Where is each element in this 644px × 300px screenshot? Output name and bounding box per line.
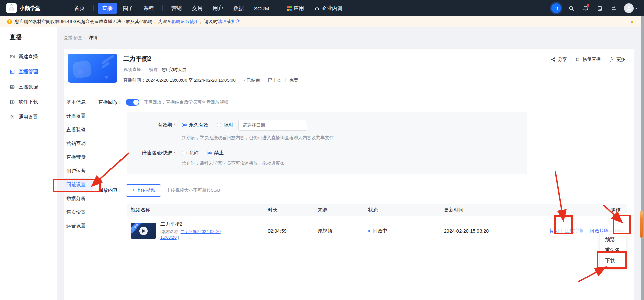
shop-icon[interactable] [596,4,603,12]
sidebar-item-live-data[interactable]: 直播数据 [0,79,57,95]
nav-trade[interactable]: 交易 [188,3,207,14]
video-name-cell: 回放中 二力平衡2 (素材名称: 二力平衡22024-02-20 15:03:2… [127,221,265,241]
menu-item-rename[interactable]: 重命名 [600,245,626,255]
replay-hint: 开启回放，直播结束后学员可查看回放视频 [144,99,229,105]
badge-price: 免费 [289,77,298,84]
nav-enterprise-training[interactable]: 企业内训 [310,3,347,14]
nav-circle[interactable]: 圈子 [118,3,138,14]
upload-hint: 上传视频大小不可超过5GB [166,187,220,193]
speed-label: 倍速播放/快进： [127,150,177,156]
action-divider [561,229,562,233]
brand[interactable]: 小鹅学堂 [6,3,40,13]
tab-live-commerce[interactable]: 直播带货 [64,151,93,164]
radio-speed-forbid[interactable] [207,151,212,155]
nav-scrm[interactable]: SCRM [250,3,274,13]
account-menu[interactable] [624,3,638,13]
action-divider [571,57,571,62]
share-label: 分享 [558,56,567,63]
nav-divider [278,5,278,11]
banner-text-or: 或 [226,19,231,25]
banner-link-usage[interactable]: 影响后续使用 [172,19,199,25]
nav-live[interactable]: 直播 [98,3,117,14]
page-scrollbar-track[interactable] [641,16,644,300]
validity-row: 有效期： 永久有效 限时 [127,120,527,131]
play-icon[interactable] [139,227,148,235]
radio-speed-allow[interactable] [182,151,187,155]
action-divider [587,229,587,233]
realtime-screen[interactable]: 实时大屏 [162,67,187,73]
action-generate-subtitles[interactable]: 生成字幕 [564,228,584,234]
more-button[interactable]: 更多 [609,56,625,63]
col-status: 状态 [366,207,441,213]
resume-live-button[interactable]: 恢复直播 [576,56,601,63]
validity-limited-label[interactable]: 限时 [224,122,233,128]
nav-course[interactable]: 课程 [139,3,158,14]
tab-decoration[interactable]: 直播装修 [64,123,93,137]
switch-account-icon[interactable] [610,4,617,12]
sidebar-item-general-settings[interactable]: 通用设置 [0,110,57,125]
nav-user[interactable]: 用户 [208,3,228,14]
banner-link-clean[interactable]: 清理 [218,19,226,25]
avatar [624,3,634,13]
speed-allow-label[interactable]: 允许 [189,150,199,156]
nav-divider [93,5,94,11]
nav-menu: 首页 直播 圈子 课程 营销 交易 用户 数据 SCRM 应用 企业内训 [70,3,347,14]
col-actions: 操作 [541,207,627,213]
menu-item-download[interactable]: 下载 [600,255,626,266]
tab-stream-settings[interactable]: 开播设置 [64,109,93,123]
notification-bell-icon[interactable] [582,4,589,12]
tab-basic-info[interactable]: 基本信息 [64,96,93,109]
tab-sales-settings[interactable]: 售卖设置 [64,205,93,219]
menu-item-preview[interactable]: 预览 [600,234,626,245]
download-icon [10,99,15,105]
nav-marketing[interactable]: 营销 [167,3,186,14]
replay-content-label: 回放内容： [97,187,123,193]
tab-data-analysis[interactable]: 数据分析 [64,192,93,205]
tab-operation-settings[interactable]: 运营设置 [64,219,93,233]
more-label: 更多 [616,56,625,63]
banner-link-expand[interactable]: 扩容 [231,19,240,25]
resume-live-label: 恢复直播 [583,56,601,63]
live-detail-card: 二力平衡2 视频直播 横屏 实时大屏 直播时间： 2024-02-20 13:0… [64,49,634,300]
nav-apps[interactable]: 应用 [282,3,308,14]
search-icon[interactable] [568,4,575,12]
header-actions: 分享 恢复直播 更多 [551,54,625,84]
share-button[interactable]: 分享 [551,56,567,63]
speed-forbid-label[interactable]: 禁止 [214,150,224,156]
page-scrollbar-thumb[interactable] [640,211,643,238]
breadcrumb-parent[interactable]: 直播管理 [64,35,82,41]
radio-validity-limited[interactable] [217,123,221,127]
more-circle-icon [609,57,614,62]
date-input[interactable] [242,122,304,128]
validity-forever-label[interactable]: 永久有效 [189,122,208,128]
warning-icon: ! [7,19,12,24]
action-divider [605,57,605,62]
sidebar-item-new-live[interactable]: 新建直播 [0,49,57,64]
radio-validity-forever[interactable] [182,123,187,127]
more-actions-dropdown: 预览 重命名 下载 [600,232,626,268]
nav-home[interactable]: 首页 [70,3,89,14]
tab-marketing-interaction[interactable]: 营销互动 [64,137,93,151]
sidebar-item-software-download[interactable]: 软件下载 [0,95,57,110]
banner-close-icon[interactable]: × [631,19,634,25]
support-headset-icon[interactable] [551,3,561,13]
apps-grid-icon [287,6,292,11]
validity-note: 到期后，学员无法观看回放内容，但仍可进入直播间查看聊天内容及共享文件 [182,135,527,141]
replay-content-row: 回放内容： + 上传视频 上传视频大小不可超过5GB [97,184,631,197]
breadcrumb-current: 详情 [88,35,97,41]
sidebar-item-label: 直播数据 [19,84,38,90]
tab-user-operation[interactable]: 用户运营 [64,164,93,178]
action-clip[interactable]: 剪切 [549,228,559,234]
nav-data[interactable]: 数据 [229,3,248,14]
bar-chart-icon [10,84,15,90]
detail-tabs: 基本信息 开播设置 直播装修 营销互动 直播带货 用户运营 回放设置 数据分析 … [64,90,93,300]
video-thumbnail[interactable]: 回放中 [131,223,156,239]
material-name: (素材名称: 二力平衡22024-02-20 15:03:20 ) [160,229,228,241]
tab-replay-settings[interactable]: 回放设置 [64,178,93,192]
upload-video-button[interactable]: + 上传视频 [126,184,161,197]
replay-toggle[interactable] [126,99,139,106]
status-cell: 回放中 [366,228,441,234]
date-picker[interactable] [238,120,307,131]
sidebar-item-live-management[interactable]: 直播管理 [0,64,57,79]
sidebar-item-label: 软件下载 [19,99,38,105]
